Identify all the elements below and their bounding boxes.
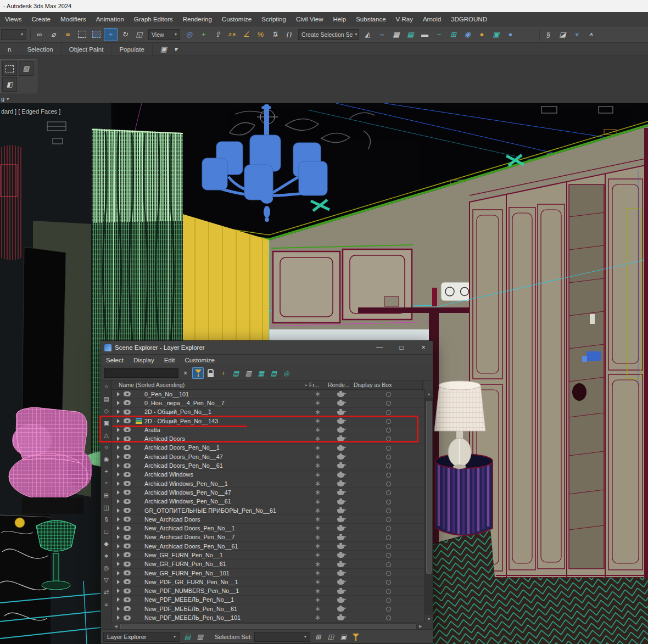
visibility-eye-icon[interactable] [124,615,131,620]
render-setup-icon[interactable]: ● [475,28,489,41]
visibility-eye-icon[interactable] [124,427,131,432]
visibility-eye-icon[interactable] [124,552,131,557]
toggle-layer-explorer-icon[interactable]: ▤ [404,28,417,41]
expand-arrow-icon[interactable] [117,392,120,396]
frozen-snowflake-icon[interactable] [315,417,321,425]
renderable-teapot-icon[interactable] [337,437,344,441]
visibility-eye-icon[interactable] [124,597,131,602]
column-frozen[interactable]: Fr... [309,382,319,388]
expand-arrow-icon[interactable] [117,455,120,459]
display-as-box-icon[interactable] [386,607,391,612]
display-spacewarps-icon[interactable]: ≈ [103,479,110,487]
expand-arrow-icon[interactable] [117,481,120,486]
layer-row[interactable]: New_Archicad Doors [112,515,426,524]
bake-to-texture-icon[interactable]: ◪ [556,28,569,41]
viewport-label[interactable]: dard ] [ Edged Faces ] [1,108,60,115]
ribbon-tab[interactable]: Selection [19,43,61,55]
explorer-settings-icon[interactable]: ≡ [103,600,110,608]
renderable-teapot-icon[interactable] [337,536,344,540]
frozen-snowflake-icon[interactable] [315,596,321,604]
column-header-row[interactable]: Name (Sorted Ascending) ▲ Fr... Rende...… [112,380,424,390]
spinner-snap-toggle-icon[interactable]: ⇅ [268,28,282,41]
column-display-as-box[interactable]: Display as Box [354,382,392,388]
visibility-eye-icon[interactable] [124,400,131,405]
add-selection-to-highlighted-layer-icon[interactable]: ▥ [243,367,254,379]
rectangular-selection-region-icon[interactable] [75,28,89,41]
frozen-snowflake-icon[interactable] [315,542,321,550]
visibility-eye-icon[interactable] [124,410,131,415]
pick-icon[interactable]: ◇ [103,407,110,415]
renderable-teapot-icon[interactable] [337,419,344,424]
layer-row[interactable]: Archicad Windows_Pen_No__61 [112,497,426,506]
renderable-teapot-icon[interactable] [337,509,344,513]
percent-snap-toggle-icon[interactable]: % [254,28,267,41]
minimize-button[interactable]: — [370,341,389,355]
select-and-rotate-icon[interactable]: ↻ [118,28,132,41]
visibility-eye-icon[interactable] [124,481,131,486]
align-icon[interactable]: ⇔ [375,28,389,41]
expand-arrow-icon[interactable] [117,597,120,602]
scrollbar-thumb[interactable] [426,401,432,574]
visibility-eye-icon[interactable] [124,490,131,495]
display-as-box-icon[interactable] [386,580,391,585]
visibility-eye-icon[interactable] [124,436,131,441]
frozen-snowflake-icon[interactable] [315,604,321,613]
frozen-snowflake-icon[interactable] [315,506,321,514]
visibility-eye-icon[interactable] [124,570,131,575]
expand-arrow-icon[interactable] [117,615,120,620]
use-pivot-point-center-icon[interactable]: ◎ [182,28,196,41]
display-as-box-icon[interactable] [386,446,391,451]
layer-row[interactable]: New_PDF_GR_FURN_Pen_No__1 [112,578,426,586]
find-icon[interactable]: ○ [103,383,110,390]
named-sets-window-icon[interactable]: ◫ [325,631,337,642]
material-editor-icon[interactable]: ◉ [461,28,474,41]
renderable-teapot-icon[interactable] [337,482,344,486]
expand-arrow-icon[interactable] [117,517,120,522]
menu-item[interactable]: Substance [351,16,390,23]
search-input[interactable] [104,368,178,378]
menu-item[interactable]: 3DGROUND [446,16,492,23]
add-selection-to-new-layer-icon[interactable]: ▤ [230,367,242,379]
layer-row[interactable]: GR_ОТОПИТЕЛЬНЫЕ ПРИБОРЫ_Pen_No__61 [112,506,426,515]
expand-arrow-icon[interactable] [117,428,120,432]
renderable-teapot-icon[interactable] [337,411,344,415]
renderable-teapot-icon[interactable] [337,393,344,397]
display-lights-icon[interactable]: ☼ [103,443,110,451]
renderable-teapot-icon[interactable] [337,500,344,505]
display-as-box-icon[interactable] [386,526,391,531]
frozen-snowflake-icon[interactable] [315,551,321,559]
filter-selection-set-icon[interactable] [350,631,362,642]
render-production-icon[interactable]: ● [504,28,517,41]
angle-snap-toggle-icon[interactable]: ∠ [239,28,253,41]
select-by-set-icon[interactable]: ▣ [338,631,349,642]
edit-named-selection-sets-icon[interactable]: { } [282,28,296,41]
dialog-menu-item[interactable]: Select [101,357,129,363]
layer-row[interactable]: 0_Pen_No__101 [112,390,426,399]
visibility-eye-icon[interactable] [124,606,131,611]
window-crossing-selection-icon[interactable] [90,28,103,41]
dialog-titlebar[interactable]: Scene Explorer - Layer Explorer — □ × [101,341,433,355]
scroll-down-icon[interactable]: ▼ [425,615,433,623]
frozen-snowflake-icon[interactable] [315,390,321,398]
layers-stack-icon[interactable]: ▤ [103,395,110,402]
frozen-snowflake-icon[interactable] [315,452,321,461]
menu-item[interactable]: Animation [91,16,129,23]
visibility-eye-icon[interactable] [124,526,131,531]
curve-editor-icon[interactable]: ~ [432,28,446,41]
expand-arrow-icon[interactable] [117,401,120,405]
frozen-snowflake-icon[interactable] [315,479,321,488]
expand-arrow-icon[interactable] [117,535,120,539]
visibility-eye-icon[interactable] [124,544,131,548]
column-name[interactable]: Name (Sorted Ascending) [119,382,185,388]
display-as-box-icon[interactable] [386,490,391,495]
reference-coordinate-dropdown[interactable]: View ▾ [148,29,180,40]
visibility-eye-icon[interactable] [124,579,131,584]
visibility-eye-icon[interactable] [124,445,131,450]
display-as-box-icon[interactable] [386,473,391,478]
display-as-box-icon[interactable] [386,410,391,415]
expand-arrow-icon[interactable] [117,589,120,593]
sync-selection-icon[interactable]: ⇄ [103,588,110,596]
display-as-box-icon[interactable] [386,463,391,468]
select-and-move-icon[interactable]: + [104,28,118,41]
renderable-teapot-icon[interactable] [337,616,344,620]
